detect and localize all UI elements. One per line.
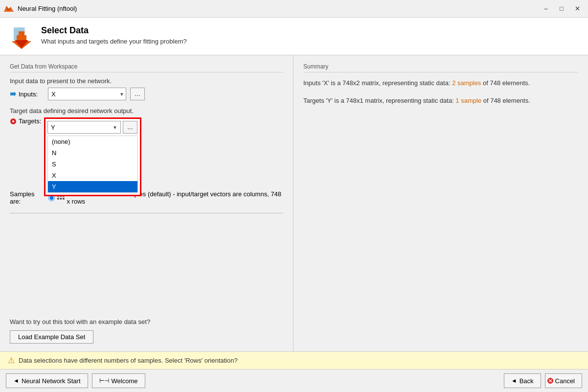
- dropdown-list: (none) N S X Y: [47, 136, 138, 193]
- dropdown-selected-value: Y: [51, 124, 55, 131]
- back-label: Back: [520, 377, 534, 385]
- cancel-icon: [547, 377, 554, 384]
- targets-icon: [10, 118, 17, 125]
- svg-rect-14: [60, 198, 62, 200]
- warning-bar: ⚠ Data selections have different numbers…: [0, 351, 588, 369]
- svg-rect-6: [10, 92, 14, 95]
- summary-label: Summary: [303, 63, 578, 72]
- targets-highlight: 1 sample: [455, 97, 481, 104]
- body-area: Get Data from Workspace Input data to pr…: [0, 55, 588, 351]
- svg-point-9: [12, 120, 14, 122]
- footer-bar: ◄ Neural Network Start ⊢⊣ Welcome ◄ Back…: [0, 369, 588, 392]
- targets-label: Targets:: [10, 117, 44, 125]
- load-example-button[interactable]: Load Example Data Set: [10, 330, 93, 344]
- targets-row: Targets: Y ▼ … (none) N: [10, 117, 283, 125]
- inputs-summary: Inputs 'X' is a 748x2 matrix, representi…: [303, 78, 578, 88]
- targets-group: Target data defining desired network out…: [10, 107, 283, 125]
- neural-start-icon: ◄: [13, 377, 19, 384]
- neural-network-start-button[interactable]: ◄ Neural Network Start: [6, 373, 88, 388]
- window-controls: – □ ✕: [539, 4, 584, 14]
- back-icon: ◄: [511, 377, 517, 384]
- header: Select Data What inputs and targets defi…: [0, 18, 588, 55]
- main-container: Select Data What inputs and targets defi…: [0, 18, 588, 392]
- cancel-label: Cancel: [555, 377, 575, 385]
- maximize-button[interactable]: □: [555, 4, 568, 14]
- welcome-button[interactable]: ⊢⊣ Welcome: [92, 373, 145, 388]
- welcome-label: Welcome: [112, 377, 138, 385]
- svg-rect-15: [63, 198, 65, 200]
- welcome-icon: ⊢⊣: [99, 377, 109, 384]
- targets-browse-button[interactable]: …: [123, 121, 137, 134]
- example-text: Want to try out this tool with an exampl…: [10, 318, 150, 325]
- targets-dropdown-open: Y ▼ … (none) N S X Y: [44, 117, 141, 196]
- right-panel: Summary Inputs 'X' is a 748x2 matrix, re…: [294, 55, 588, 351]
- inputs-dropdown[interactable]: X: [48, 88, 126, 100]
- samples-label: Samples are:: [10, 190, 45, 205]
- inputs-browse-button[interactable]: …: [130, 88, 145, 100]
- minimize-button[interactable]: –: [539, 4, 553, 14]
- targets-desc: Target data defining desired network out…: [10, 107, 283, 115]
- header-text: Select Data What inputs and targets defi…: [41, 25, 187, 45]
- inputs-highlight: 2 samples: [452, 79, 481, 87]
- svg-rect-4: [19, 31, 24, 40]
- title-bar: Neural Fitting (nftool) – □ ✕: [0, 0, 588, 18]
- footer-right: ◄ Back Cancel: [504, 373, 582, 388]
- close-button[interactable]: ✕: [570, 4, 584, 14]
- inputs-dropdown-container: X ▼: [48, 88, 126, 100]
- left-panel: Get Data from Workspace Input data to pr…: [0, 55, 294, 351]
- svg-marker-7: [14, 92, 16, 96]
- matlab-icon: [4, 4, 14, 14]
- divider: [10, 213, 283, 213]
- dropdown-chevron: ▼: [113, 125, 117, 130]
- warning-icon: ⚠: [8, 356, 15, 365]
- example-section: Want to try out this tool with an exampl…: [10, 308, 283, 344]
- dropdown-header-row: Y ▼ …: [47, 121, 138, 134]
- header-icon: [10, 25, 33, 49]
- dropdown-item-s[interactable]: S: [48, 159, 137, 170]
- dropdown-item-n[interactable]: N: [48, 147, 137, 159]
- dropdown-item-none[interactable]: (none): [48, 136, 137, 147]
- inputs-group: Input data to present to the network. In…: [10, 77, 283, 100]
- dropdown-selected-display: Y ▼: [47, 121, 121, 134]
- dropdown-item-x[interactable]: X: [48, 170, 137, 181]
- neural-start-label: Neural Network Start: [22, 377, 81, 385]
- svg-rect-13: [57, 198, 59, 200]
- inputs-icon: [10, 91, 17, 97]
- inputs-label: Inputs:: [10, 91, 44, 98]
- dropdown-item-y[interactable]: Y: [48, 181, 137, 192]
- inputs-desc: Input data to present to the network.: [10, 77, 283, 85]
- warning-text: Data selections have different numbers o…: [19, 357, 238, 364]
- inputs-row: Inputs: X ▼ …: [10, 88, 283, 100]
- footer-left: ◄ Neural Network Start ⊢⊣ Welcome: [6, 373, 500, 388]
- window-title: Neural Fitting (nftool): [18, 5, 77, 12]
- page-subtitle: What inputs and targets define your fitt…: [41, 38, 187, 45]
- targets-summary: Targets 'Y' is a 748x1 matrix, represent…: [303, 96, 578, 106]
- back-button[interactable]: ◄ Back: [504, 373, 541, 388]
- page-title: Select Data: [41, 25, 187, 36]
- workspace-section-label: Get Data from Workspace: [10, 63, 283, 72]
